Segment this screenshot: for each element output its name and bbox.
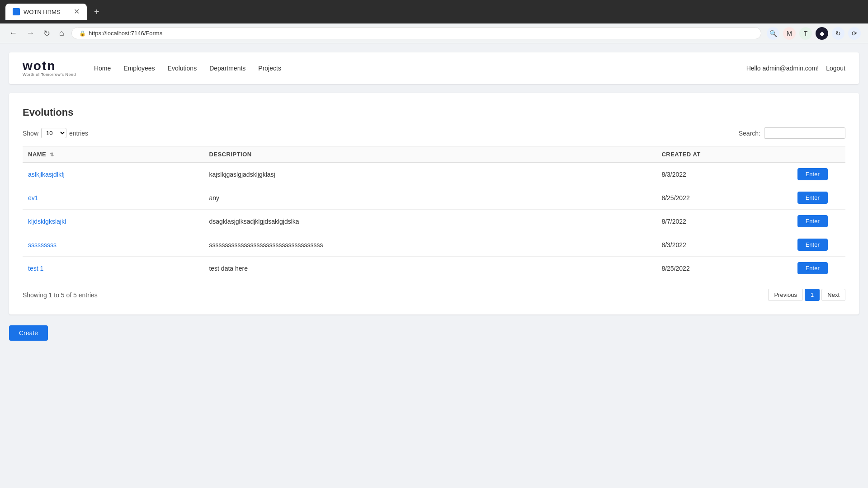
cell-created-4: 8/3/2022 (656, 233, 779, 257)
table-row: aslkjlkasjdlkfj kajslkjgaslgjadskljgklas… (23, 163, 845, 186)
previous-button[interactable]: Previous (768, 289, 803, 301)
enter-button-5[interactable]: Enter (797, 262, 828, 274)
next-button[interactable]: Next (821, 289, 845, 301)
forward-button[interactable]: → (24, 27, 36, 40)
nav-home[interactable]: Home (94, 65, 111, 72)
entries-select[interactable]: 10 25 50 100 (41, 128, 66, 138)
cell-action-5: Enter (779, 257, 845, 280)
back-button[interactable]: ← (7, 27, 19, 40)
pagination-controls: Previous 1 Next (768, 289, 845, 301)
search-input[interactable] (764, 127, 845, 139)
cell-desc-2: any (203, 186, 656, 210)
nav-evolutions[interactable]: Evolutions (168, 65, 197, 72)
column-created-at: CREATED AT (656, 146, 779, 163)
data-table: NAME ⇅ DESCRIPTION CREATED AT aslk (23, 146, 845, 280)
logout-button[interactable]: Logout (826, 65, 845, 72)
cell-desc-4: ssssssssssssssssssssssssssssssssssss (203, 233, 656, 257)
sort-icon-name: ⇅ (50, 152, 54, 157)
main-card: Evolutions Show 10 25 50 100 entries Sea… (9, 93, 859, 314)
tab-close-button[interactable]: ✕ (74, 8, 80, 15)
page-title: Evolutions (23, 107, 845, 118)
nav-right: Hello admin@admin.com! Logout (746, 65, 845, 72)
column-name[interactable]: NAME ⇅ (23, 146, 203, 163)
home-button[interactable]: ⌂ (57, 27, 66, 40)
enter-button-2[interactable]: Enter (797, 192, 828, 204)
navbar: wotn Worth of Tomorrow's Need Home Emplo… (9, 52, 859, 84)
show-label: Show (23, 130, 38, 137)
table-row: ev1 any 8/25/2022 Enter (23, 186, 845, 210)
enter-button-1[interactable]: Enter (797, 168, 828, 180)
enter-button-4[interactable]: Enter (797, 239, 828, 251)
cell-created-3: 8/7/2022 (656, 210, 779, 233)
ext-icon-6[interactable]: ⟳ (848, 27, 861, 40)
cell-name-1: aslkjlkasjdlkfj (23, 163, 203, 186)
address-bar-row: ← → ↻ ⌂ 🔒 https://localhost:7146/Forms 🔍… (0, 23, 868, 43)
nav-projects[interactable]: Projects (258, 65, 281, 72)
pagination-area: Showing 1 to 5 of 5 entries Previous 1 N… (23, 289, 845, 301)
cell-action-3: Enter (779, 210, 845, 233)
column-description: DESCRIPTION (203, 146, 656, 163)
logo-area: wotn Worth of Tomorrow's Need (23, 60, 76, 77)
logo-text: wotn (23, 60, 76, 72)
column-action (779, 146, 845, 163)
tab-favicon (13, 8, 20, 15)
ext-icon-3[interactable]: T (799, 27, 812, 40)
name-link-5[interactable]: test 1 (28, 265, 43, 272)
tab-title: WOTN HRMS (24, 9, 61, 15)
ext-icon-5[interactable]: ↻ (832, 27, 844, 40)
pagination-info: Showing 1 to 5 of 5 entries (23, 291, 98, 299)
ext-icon-2[interactable]: M (783, 27, 796, 40)
ext-icon-4[interactable]: ◆ (816, 27, 828, 40)
lock-icon: 🔒 (79, 30, 86, 37)
create-button[interactable]: Create (9, 325, 48, 341)
user-greeting: Hello admin@admin.com! (746, 65, 819, 72)
page-1-button[interactable]: 1 (805, 289, 820, 301)
cell-action-4: Enter (779, 233, 845, 257)
cell-created-1: 8/3/2022 (656, 163, 779, 186)
browser-extensions: 🔍 M T ◆ ↻ ⟳ (767, 27, 861, 40)
name-link-2[interactable]: ev1 (28, 194, 38, 202)
app-wrapper: wotn Worth of Tomorrow's Need Home Emplo… (0, 43, 868, 488)
address-field[interactable]: 🔒 https://localhost:7146/Forms (71, 27, 761, 39)
logo-subtitle: Worth of Tomorrow's Need (23, 72, 76, 77)
refresh-button[interactable]: ↻ (42, 27, 52, 40)
cell-desc-5: test data here (203, 257, 656, 280)
cell-desc-3: dsagklasjglksadjklgjdsaklgjdslka (203, 210, 656, 233)
cell-name-2: ev1 (23, 186, 203, 210)
name-link-4[interactable]: sssssssss (28, 241, 57, 249)
nav-departments[interactable]: Departments (209, 65, 245, 72)
cell-name-4: sssssssss (23, 233, 203, 257)
table-row: sssssssss ssssssssssssssssssssssssssssss… (23, 233, 845, 257)
cell-action-1: Enter (779, 163, 845, 186)
table-header: NAME ⇅ DESCRIPTION CREATED AT (23, 146, 845, 163)
table-controls: Show 10 25 50 100 entries Search: (23, 127, 845, 139)
table-body: aslkjlkasjdlkfj kajslkjgaslgjadskljgklas… (23, 163, 845, 280)
cell-action-2: Enter (779, 186, 845, 210)
nav-links: Home Employees Evolutions Departments Pr… (94, 65, 746, 72)
browser-chrome: WOTN HRMS ✕ + (0, 0, 868, 23)
name-link-1[interactable]: aslkjlkasjdlkfj (28, 171, 65, 178)
cell-created-2: 8/25/2022 (656, 186, 779, 210)
search-label: Search: (739, 130, 760, 137)
table-row: test 1 test data here 8/25/2022 Enter (23, 257, 845, 280)
cell-name-5: test 1 (23, 257, 203, 280)
table-row: kljdsklgkslajkl dsagklasjglksadjklgjdsak… (23, 210, 845, 233)
search-area: Search: (739, 127, 845, 139)
cell-desc-1: kajslkjgaslgjadskljgklasj (203, 163, 656, 186)
new-tab-button[interactable]: + (90, 7, 103, 17)
url-display: https://localhost:7146/Forms (89, 30, 162, 37)
show-entries: Show 10 25 50 100 entries (23, 128, 88, 138)
name-link-3[interactable]: kljdsklgkslajkl (28, 218, 66, 225)
entries-label: entries (69, 130, 88, 137)
ext-icon-1[interactable]: 🔍 (767, 27, 779, 40)
nav-employees[interactable]: Employees (123, 65, 155, 72)
enter-button-3[interactable]: Enter (797, 215, 828, 227)
cell-name-3: kljdsklgkslajkl (23, 210, 203, 233)
cell-created-5: 8/25/2022 (656, 257, 779, 280)
browser-tab[interactable]: WOTN HRMS ✕ (5, 4, 87, 20)
